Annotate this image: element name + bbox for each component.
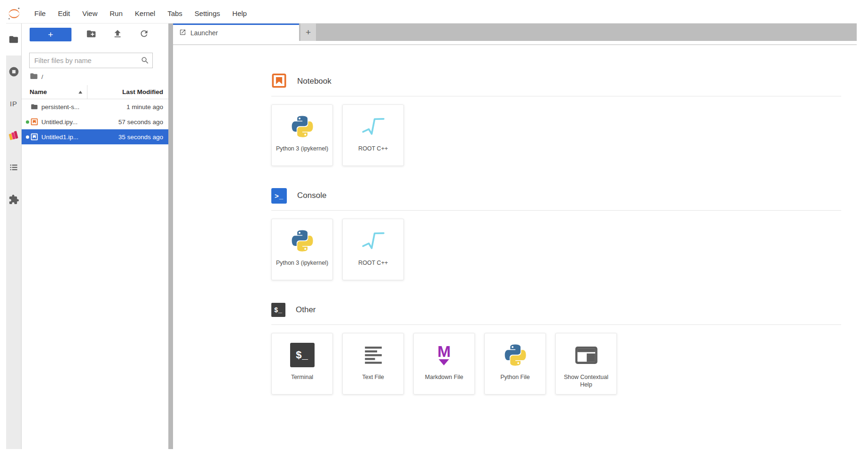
folder-icon — [31, 103, 41, 111]
tab-launcher-label: Launcher — [190, 29, 218, 37]
launcher-card-python-file-other[interactable]: Python File — [484, 333, 546, 395]
launcher-card-python-3-ipykernel-notebook[interactable]: Python 3 (ipykernel) — [271, 104, 333, 166]
launcher-card-root-c-console[interactable]: ROOT C++ — [342, 219, 404, 280]
app-logo-icon — [7, 7, 21, 21]
menu-item-view[interactable]: View — [76, 4, 103, 23]
section-header: $_Other — [271, 300, 857, 320]
home-folder-icon — [30, 72, 38, 82]
jupyterlab-app: FileEditViewRunKernelTabsSettingsHelp IP… — [6, 4, 857, 449]
launcher-card-text-file-other[interactable]: Text File — [342, 333, 404, 395]
refresh-icon — [139, 29, 149, 40]
text-file-icon — [362, 341, 385, 369]
filter-files-box — [29, 53, 153, 68]
refresh-button[interactable] — [131, 29, 157, 40]
section-title: Notebook — [297, 77, 331, 86]
section-header: >_Console — [271, 186, 857, 205]
card-label: Terminal — [288, 373, 316, 381]
card-label: Python 3 (ipykernel) — [273, 145, 331, 152]
tab-bar-divider — [173, 41, 857, 45]
sidebar-item-extensions[interactable] — [6, 183, 21, 215]
launcher-card-terminal-other[interactable]: $_Terminal — [271, 333, 333, 395]
running-sessions-icon — [8, 66, 20, 78]
section-title: Console — [297, 191, 326, 200]
card-label: Python 3 (ipykernel) — [273, 259, 331, 267]
launcher-card-markdown-file-other[interactable]: MMarkdown File — [413, 333, 475, 395]
sidebar-item-ipyparallel[interactable]: IP — [6, 87, 21, 119]
new-folder-button[interactable] — [78, 29, 104, 40]
section-divider — [271, 210, 841, 211]
file-name: persistent-s... — [41, 103, 113, 111]
sidebar-item-running-sessions[interactable] — [6, 55, 21, 87]
menu-item-settings[interactable]: Settings — [189, 4, 226, 23]
python-icon — [290, 113, 315, 140]
app-body: IP + / Name Last Modified — [6, 24, 857, 449]
menu-item-help[interactable]: Help — [226, 4, 253, 23]
notebook-file-icon — [31, 118, 41, 126]
card-label: Python File — [497, 373, 533, 381]
card-row: Python 3 (ipykernel)ROOT C++ — [271, 219, 857, 280]
main-area: Launcher + NotebookPython 3 (ipykernel)R… — [173, 24, 857, 449]
notebook-file-icon — [31, 133, 41, 141]
launcher-card-show-contextual-help-other[interactable]: Show Contextual Help — [555, 333, 617, 395]
menubar: FileEditViewRunKernelTabsSettingsHelp — [6, 4, 857, 24]
console-icon: >_ — [271, 188, 287, 204]
upload-icon — [112, 29, 123, 40]
sidebar-item-library[interactable] — [6, 119, 21, 151]
card-row: Python 3 (ipykernel)ROOT C++ — [271, 104, 857, 166]
section-divider — [271, 324, 841, 325]
new-tab-button[interactable]: + — [300, 24, 316, 41]
upload-button[interactable] — [104, 29, 131, 40]
section-title: Other — [296, 305, 316, 315]
file-modified: 57 seconds ago — [113, 118, 168, 126]
sidebar-item-table-of-contents[interactable] — [6, 151, 21, 183]
launcher-section-console: >_ConsolePython 3 (ipykernel)ROOT C++ — [271, 186, 857, 280]
column-header-last-modified[interactable]: Last Modified — [87, 88, 168, 95]
column-header-name[interactable]: Name — [22, 85, 87, 99]
tab-bar: Launcher + — [173, 24, 857, 41]
file-name: Untitled.ipy... — [41, 118, 113, 126]
file-browser-panel: + / Name Last Modified persistent-s. — [22, 24, 168, 449]
launcher-card-root-c-notebook[interactable]: ROOT C++ — [342, 104, 404, 166]
library-icon — [8, 130, 19, 141]
file-row-untitled1-ip[interactable]: Untitled1.ip...35 seconds ago — [22, 129, 168, 144]
menu-item-tabs[interactable]: Tabs — [161, 4, 189, 23]
ipyparallel-label: IP — [10, 100, 17, 108]
panel-splitter[interactable] — [168, 24, 173, 449]
menu-item-run[interactable]: Run — [103, 4, 129, 23]
root-icon — [360, 227, 387, 254]
card-row: $_TerminalText FileMMarkdown FilePython … — [271, 333, 857, 395]
file-row-persistent-s[interactable]: persistent-s...1 minute ago — [22, 99, 168, 114]
menubar-items: FileEditViewRunKernelTabsSettingsHelp — [28, 4, 253, 23]
left-sidebar: IP — [6, 24, 22, 449]
file-name: Untitled1.ip... — [41, 134, 113, 141]
file-modified: 1 minute ago — [113, 103, 168, 111]
new-launcher-button[interactable]: + — [30, 28, 71, 41]
search-icon — [141, 56, 150, 66]
section-header: Notebook — [271, 71, 857, 91]
section-divider — [271, 96, 841, 96]
launcher-section-other: $_Other$_TerminalText FileMMarkdown File… — [271, 300, 857, 395]
card-label: ROOT C++ — [355, 259, 391, 267]
contextual-help-icon — [574, 341, 599, 369]
card-label: Markdown File — [422, 373, 466, 381]
breadcrumb[interactable]: / — [22, 68, 168, 85]
filter-files-input[interactable] — [30, 53, 152, 68]
launcher-section-notebook: NotebookPython 3 (ipykernel)ROOT C++ — [271, 71, 857, 166]
menu-item-kernel[interactable]: Kernel — [129, 4, 161, 23]
notebook-icon — [271, 73, 287, 90]
launcher-card-python-3-ipykernel-console[interactable]: Python 3 (ipykernel) — [271, 219, 333, 280]
running-dot — [24, 120, 31, 124]
new-folder-icon — [86, 29, 96, 40]
file-row-untitled-ipy[interactable]: Untitled.ipy...57 seconds ago — [22, 114, 168, 129]
launcher-tab-icon — [179, 29, 186, 37]
menu-item-file[interactable]: File — [28, 4, 52, 23]
sidebar-item-file-browser[interactable] — [6, 24, 21, 55]
toc-icon — [8, 162, 19, 173]
python-icon — [503, 341, 528, 369]
column-name-label: Name — [30, 88, 47, 95]
file-list: persistent-s...1 minute agoUntitled.ipy.… — [22, 99, 168, 144]
sort-ascending-icon — [79, 91, 82, 94]
menu-item-edit[interactable]: Edit — [52, 4, 76, 23]
tab-launcher[interactable]: Launcher — [173, 24, 299, 41]
file-list-header: Name Last Modified — [22, 85, 168, 99]
